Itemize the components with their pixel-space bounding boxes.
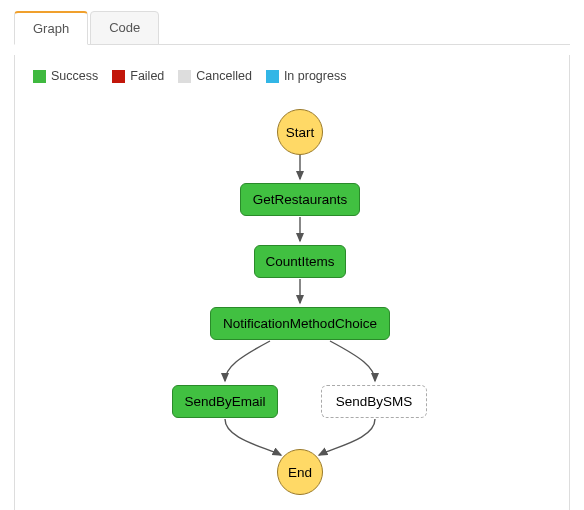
legend-failed-label: Failed [130, 69, 164, 83]
legend-cancelled-label: Cancelled [196, 69, 252, 83]
node-end-label: End [288, 465, 312, 480]
legend-failed: Failed [112, 69, 164, 83]
legend: Success Failed Cancelled In progress [25, 69, 559, 83]
swatch-failed-icon [112, 70, 125, 83]
workflow-graph: Start GetRestaurants CountItems Notifica… [25, 89, 559, 489]
swatch-inprogress-icon [266, 70, 279, 83]
node-notification-method-choice-label: NotificationMethodChoice [223, 316, 377, 331]
node-notification-method-choice[interactable]: NotificationMethodChoice [210, 307, 390, 340]
swatch-success-icon [33, 70, 46, 83]
node-get-restaurants-label: GetRestaurants [253, 192, 348, 207]
node-send-by-email-label: SendByEmail [184, 394, 265, 409]
swatch-cancelled-icon [178, 70, 191, 83]
node-get-restaurants[interactable]: GetRestaurants [240, 183, 360, 216]
node-count-items-label: CountItems [265, 254, 334, 269]
legend-inprogress-label: In progress [284, 69, 347, 83]
workflow-viewer: Graph Code Success Failed Cancelled In p… [0, 0, 584, 510]
graph-panel: Success Failed Cancelled In progress [14, 55, 570, 510]
node-send-by-email[interactable]: SendByEmail [172, 385, 278, 418]
legend-cancelled: Cancelled [178, 69, 252, 83]
node-send-by-sms[interactable]: SendBySMS [321, 385, 427, 418]
node-send-by-sms-label: SendBySMS [336, 394, 413, 409]
tab-bar: Graph Code [14, 10, 570, 45]
node-start[interactable]: Start [277, 109, 323, 155]
node-end[interactable]: End [277, 449, 323, 495]
tab-code[interactable]: Code [90, 11, 159, 45]
tab-graph[interactable]: Graph [14, 11, 88, 45]
legend-inprogress: In progress [266, 69, 347, 83]
node-count-items[interactable]: CountItems [254, 245, 346, 278]
node-start-label: Start [286, 125, 315, 140]
legend-success-label: Success [51, 69, 98, 83]
legend-success: Success [33, 69, 98, 83]
